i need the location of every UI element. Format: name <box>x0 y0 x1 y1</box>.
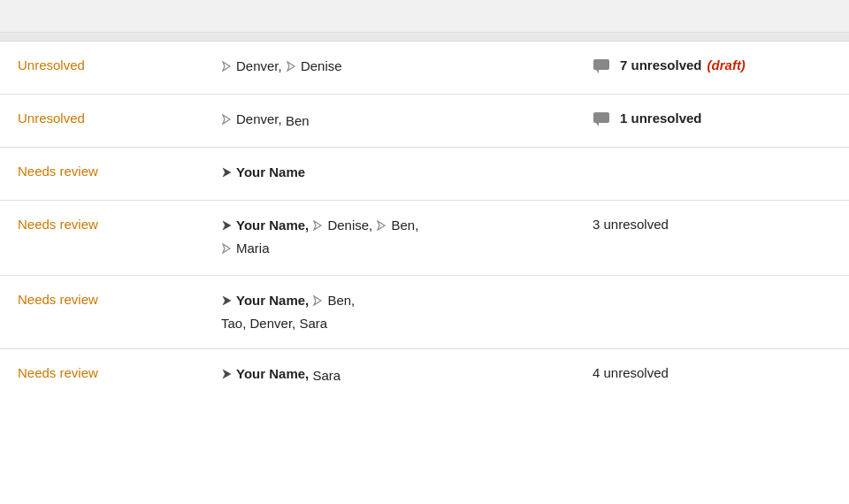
reviewers-cell: Denver, Denise <box>221 56 593 79</box>
draft-label: (draft) <box>708 57 746 73</box>
table-body: Unresolved Denver, Denise 7 unresolved(d… <box>0 42 849 402</box>
separator <box>0 33 849 42</box>
reviewer-item: Your Name, <box>221 363 309 385</box>
unresolved-count: 4 unresolved <box>593 365 669 380</box>
reviewer-item: Your Name <box>221 162 305 183</box>
reviewer-item: Denise <box>286 56 342 77</box>
reviewer-item: Denver, <box>250 313 296 334</box>
unresolved-count: 1 unresolved <box>620 111 702 126</box>
reviewer-item: Ben <box>286 111 310 132</box>
table-row: Needs review Your Name <box>0 148 849 201</box>
status-cell: Unresolved <box>18 109 221 126</box>
unresolved-count: 3 unresolved <box>593 217 669 232</box>
comments-cell: 1 unresolved <box>593 109 831 127</box>
reviewers-cell: Your Name, Ben,Tao, Denver, Sara <box>221 290 593 334</box>
status-cell: Needs review <box>18 215 221 232</box>
reviewers-cell: Your Name, Denise, Ben, Maria <box>221 215 593 261</box>
reviewers-cell: Denver, Ben <box>221 109 593 132</box>
table-row: Needs review Your Name, Sara4 unresolved <box>0 349 849 402</box>
review-table: Unresolved Denver, Denise 7 unresolved(d… <box>0 0 849 402</box>
reviewer-item: Denise, <box>312 215 372 236</box>
comments-cell <box>593 162 831 164</box>
table-row: Needs review Your Name, Denise, Ben, Mar… <box>0 201 849 276</box>
table-row: Needs review Your Name, Ben,Tao, Denver,… <box>0 276 849 349</box>
reviewer-item: Ben, <box>312 290 355 311</box>
status-cell: Unresolved <box>18 56 221 73</box>
comments-cell: 7 unresolved(draft) <box>593 56 831 74</box>
comments-cell: 4 unresolved <box>593 363 831 380</box>
status-cell: Needs review <box>18 290 221 307</box>
reviewer-item: Sara <box>299 313 327 334</box>
reviewer-item: Your Name, <box>221 215 309 236</box>
reviewer-item: Ben, <box>376 215 418 236</box>
reviewer-item: Sara <box>312 365 340 386</box>
table-row: Unresolved Denver, Ben 1 unresolved <box>0 95 849 148</box>
status-cell: Needs review <box>18 363 221 380</box>
reviewer-item: Denver, <box>221 109 282 130</box>
comments-cell <box>593 290 831 292</box>
status-cell: Needs review <box>18 162 221 179</box>
reviewer-item: Your Name, <box>221 290 309 311</box>
reviewer-item: Maria <box>221 238 270 259</box>
svg-rect-0 <box>593 59 609 70</box>
reviewers-cell: Your Name <box>221 162 593 185</box>
table-row: Unresolved Denver, Denise 7 unresolved(d… <box>0 42 849 95</box>
reviewer-item: Denver, <box>221 56 282 77</box>
comments-cell: 3 unresolved <box>593 215 831 232</box>
svg-rect-1 <box>593 112 609 123</box>
unresolved-count: 7 unresolved <box>620 57 702 73</box>
reviewer-item: Tao, <box>221 313 246 334</box>
reviewers-cell: Your Name, Sara <box>221 363 593 386</box>
table-header <box>0 0 849 33</box>
